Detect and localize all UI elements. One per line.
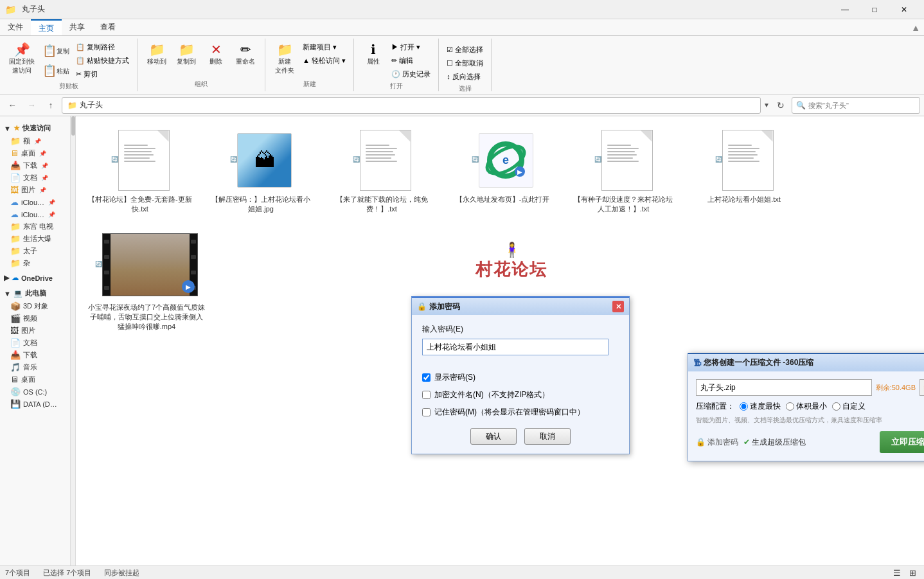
folder-icon: 🎵: [10, 362, 21, 372]
search-input[interactable]: [808, 102, 916, 109]
title-controls[interactable]: — □ ✕: [830, 0, 919, 19]
sidebar-item-icloud1[interactable]: ☁ iClou… 📌: [0, 196, 70, 208]
details-view-button[interactable]: ☰: [891, 567, 903, 580]
paste-shortcut-button[interactable]: 📋 粘贴快捷方式: [73, 55, 132, 67]
cut-button[interactable]: ✂ 剪切: [73, 68, 132, 80]
forward-button[interactable]: →: [23, 97, 40, 114]
clipboard-label: 剪贴板: [59, 80, 78, 91]
list-item[interactable]: 🔄 🏔 【解压密码：】上村花论坛看小姐姐.jpg: [203, 123, 319, 219]
sidebar-item-data[interactable]: 💾 DATA (D…: [0, 398, 70, 410]
history-button[interactable]: 🕐 历史记录: [389, 68, 433, 80]
sidebar-item-music[interactable]: 🎵 音乐: [0, 361, 70, 373]
easy-access-button[interactable]: ▲ 轻松访问 ▾: [300, 55, 348, 67]
select-all-button[interactable]: ☑ 全部选择: [444, 44, 486, 56]
dialog-close-button[interactable]: ✕: [612, 301, 624, 312]
pin-quick-access-button[interactable]: 📌 固定到快速访问: [5, 41, 39, 77]
custom-radio[interactable]: [832, 402, 840, 411]
copy-path-button[interactable]: 📋 复制路径: [73, 41, 132, 53]
folder-icon: 📁: [10, 258, 21, 268]
deselect-all-button[interactable]: ☐ 全部取消: [444, 57, 486, 69]
list-item[interactable]: 🔄 【来了就能下载的论坛，纯免费！】.txt: [324, 123, 440, 219]
list-item[interactable]: 🔄 【有种子却没速度？来村花论坛人工加速！】.txt: [565, 123, 681, 219]
sidebar-item-desktop[interactable]: 🖥 桌面 📌: [0, 147, 70, 159]
scrollbar-thumb[interactable]: [71, 116, 75, 136]
item-count: 7个项目: [5, 568, 30, 578]
speed-fastest-radio[interactable]: [740, 402, 748, 411]
folder-icon: 🖥: [10, 148, 19, 158]
copy-button[interactable]: 📋 复制: [40, 41, 72, 60]
ribbon: 文件 主页 共享 查看 ▲ 📌 固定到快速访问 📋 复制 📋: [0, 19, 924, 94]
open-button[interactable]: ▶ 打开 ▾: [389, 41, 433, 53]
tab-home[interactable]: 主页: [31, 19, 62, 35]
dropdown-chevron-icon[interactable]: ▼: [763, 102, 770, 109]
sidebar-item-prince[interactable]: 📁 太子: [0, 245, 70, 257]
this-pc-header[interactable]: ▼ 💻 此电脑: [0, 287, 70, 300]
sidebar-item-pictures[interactable]: 🖼 图片 📌: [0, 184, 70, 196]
tab-file[interactable]: 文件: [0, 19, 31, 35]
sidebar-item-osc[interactable]: 💿 OS (C:): [0, 386, 70, 398]
speed-fastest-option[interactable]: 速度最快: [740, 401, 781, 412]
sidebar-item-icloud2[interactable]: ☁ iClou… 📌: [0, 208, 70, 220]
dialog-title: 🔒 添加密码: [417, 301, 460, 312]
this-pc-section: ▼ 💻 此电脑 📦 3D 对象 🎬 视频 🖼 图片 📄 文档 📥: [0, 287, 70, 410]
tab-view[interactable]: 查看: [93, 19, 123, 35]
sidebar-item-downloads[interactable]: 📥 下载 📌: [0, 159, 70, 172]
browse-button[interactable]: 📁: [920, 379, 924, 396]
list-item[interactable]: 🔄 【村花论坛】全免费-无套路-更新快.txt: [82, 123, 198, 219]
scrollbar-track[interactable]: [71, 116, 76, 566]
sidebar-item-dl[interactable]: 📥 下载: [0, 349, 70, 361]
remember-password-checkbox[interactable]: [422, 408, 431, 416]
custom-option[interactable]: 自定义: [832, 401, 866, 412]
rename-button[interactable]: ✏ 重命名: [231, 41, 260, 68]
tab-share[interactable]: 共享: [62, 19, 93, 35]
sidebar-item-documents[interactable]: 📄 文档 📌: [0, 172, 70, 184]
invert-select-button[interactable]: ↕ 反向选择: [444, 71, 486, 83]
sidebar-item-e[interactable]: 📁 额 📌: [0, 135, 70, 147]
properties-button[interactable]: ℹ 属性: [359, 41, 387, 68]
ribbon-collapse-btn[interactable]: ▲: [911, 22, 920, 33]
cancel-button[interactable]: 取消: [524, 428, 571, 445]
copy-to-button[interactable]: 📁 复制到: [172, 41, 200, 68]
paste-button[interactable]: 📋 粘贴: [40, 61, 72, 80]
close-button[interactable]: ✕: [889, 0, 919, 19]
sidebar-item-3d[interactable]: 📦 3D 对象: [0, 300, 70, 312]
address-path[interactable]: 📁 丸子头: [62, 97, 761, 114]
search-box[interactable]: 🔍: [792, 97, 920, 114]
list-item[interactable]: 🔄 上村花论坛看小姐姐.txt: [686, 123, 802, 219]
smallest-size-option[interactable]: 体积最小: [786, 401, 827, 412]
quick-access-header[interactable]: ▼ ★ 快速访问: [0, 121, 70, 135]
new-item-button[interactable]: 新建项目 ▾: [300, 41, 348, 53]
smallest-size-radio[interactable]: [786, 402, 794, 411]
large-icons-view-button[interactable]: ⊞: [906, 567, 919, 580]
onedrive-header[interactable]: ▶ ☁ OneDrive: [0, 272, 70, 284]
jpg-thumbnail: 🏔: [237, 133, 292, 188]
refresh-button[interactable]: ↻: [772, 97, 789, 114]
encrypt-filename-checkbox[interactable]: [422, 391, 431, 399]
move-to-button[interactable]: 📁 移动到: [143, 41, 171, 68]
new-folder-button[interactable]: 📁 新建文件夹: [271, 41, 299, 77]
list-item[interactable]: 🔄: [82, 224, 211, 337]
show-password-checkbox[interactable]: [422, 373, 431, 382]
maximize-button[interactable]: □: [860, 0, 889, 19]
delete-button[interactable]: ✕ 删除: [202, 41, 230, 68]
sidebar-item-video[interactable]: 🎬 视频: [0, 312, 70, 325]
filename-input[interactable]: [696, 379, 872, 396]
title-bar: 📁 丸子头 — □ ✕: [0, 0, 924, 19]
password-input[interactable]: [422, 339, 609, 355]
sidebar-item-dongong[interactable]: 📁 东宫 电视: [0, 220, 70, 233]
minimize-button[interactable]: —: [830, 0, 860, 19]
up-button[interactable]: ↑: [42, 97, 59, 114]
sidebar-item-desk[interactable]: 🖥 桌面: [0, 373, 70, 386]
edit-button[interactable]: ✏ 编辑: [389, 55, 433, 67]
add-password-link[interactable]: 🔒 添加密码: [696, 437, 738, 448]
back-button[interactable]: ←: [4, 97, 21, 114]
sidebar-item-doc[interactable]: 📄 文档: [0, 337, 70, 349]
compress-now-button[interactable]: 立即压缩: [880, 431, 924, 453]
sidebar-item-life[interactable]: 📁 生活大爆: [0, 233, 70, 245]
confirm-button[interactable]: 确认: [470, 428, 517, 445]
list-item[interactable]: 🔄 e ▶ 【永久地址发布页】-点此打开: [445, 123, 560, 219]
super-compress-link[interactable]: ✔ 生成超级压缩包: [743, 437, 806, 448]
sidebar-item-misc[interactable]: 📁 杂: [0, 257, 70, 269]
sidebar-item-pic[interactable]: 🖼 图片: [0, 325, 70, 337]
remember-password-row: 记住密码(M)（将会显示在管理密码窗口中）: [422, 407, 619, 418]
